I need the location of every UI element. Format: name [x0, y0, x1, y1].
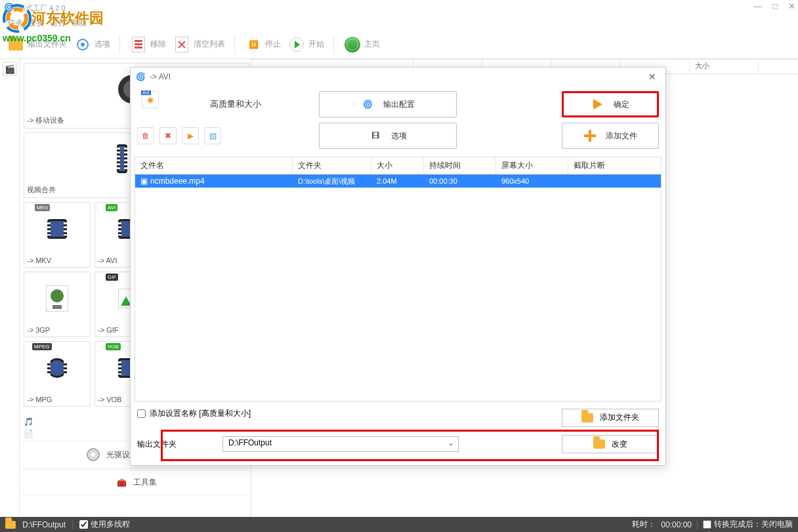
- card-label: -> GIF: [98, 326, 118, 334]
- card-mpg[interactable]: MPEG -> MPG: [24, 341, 91, 407]
- quality-label: 高质量和大小: [170, 91, 301, 117]
- menu-task[interactable]: 任务: [8, 18, 24, 29]
- add-file-button[interactable]: 添加文件: [562, 123, 659, 149]
- gear-icon: [77, 39, 89, 51]
- add-file-label: 添加文件: [606, 131, 637, 142]
- dialog-options-button[interactable]: 🎞 选项: [319, 123, 457, 149]
- clear-icon: [175, 37, 188, 52]
- table-row[interactable]: ▣ ncmbdeee.mp4 D:\tools\桌面\视频 2.04M 00:0…: [135, 174, 661, 188]
- shutdown-toggle[interactable]: 转换完成后：关闭电脑: [703, 519, 793, 530]
- titlebar: 🌀 格式工厂 4.2.0 — □ ✕: [0, 0, 798, 16]
- output-folder-select[interactable]: D:\FFOutput: [222, 436, 459, 452]
- output-folder-button[interactable]: 输出文件夹: [7, 35, 67, 54]
- globe-icon: [345, 37, 360, 52]
- folder-icon: [593, 440, 605, 449]
- th-filename[interactable]: 文件名: [135, 157, 293, 174]
- config-icon: 🌀: [361, 98, 374, 111]
- play-item-button[interactable]: ▶: [182, 127, 199, 144]
- statusbar: D:\FFOutput 使用多线程 耗时： 00:00:00 转换完成后：关闭电…: [0, 517, 798, 532]
- ok-button[interactable]: 确定: [562, 91, 659, 117]
- multithread-toggle[interactable]: 使用多线程: [79, 519, 130, 530]
- file-icon: ▣: [140, 176, 148, 186]
- multithread-label: 使用多线程: [91, 519, 130, 530]
- shutdown-label: 转换完成后：关闭电脑: [714, 519, 793, 530]
- status-path[interactable]: D:\FFOutput: [22, 520, 66, 529]
- cell-folder: D:\tools\桌面\视频: [293, 176, 371, 186]
- change-button[interactable]: 改变: [562, 435, 659, 453]
- add-settings-checkbox[interactable]: [137, 409, 146, 418]
- card-label: -> 3GP: [27, 326, 50, 334]
- dialog-titlebar: 🌀 -> AVI ✕: [131, 68, 665, 86]
- arrow-right-icon: [593, 99, 602, 110]
- menu-transform[interactable]: 变换: [29, 18, 45, 29]
- folder-plus-icon: [581, 413, 593, 422]
- home-button[interactable]: 主页: [343, 35, 380, 54]
- card-3gp[interactable]: -> 3GP: [24, 272, 91, 337]
- output-folder-row: 输出文件夹 D:\FFOutput 改变: [137, 431, 659, 457]
- maximize-button[interactable]: □: [772, 1, 778, 11]
- avi-dialog: 🌀 -> AVI ✕ AVI ◉ 高质量和大小 🌀 输出配置 确定 🗑 ✖ ▶ …: [130, 67, 666, 466]
- output-folder-value: D:\FFOutput: [228, 438, 272, 447]
- add-folder-label: 添加文件夹: [600, 412, 639, 423]
- card-mkv[interactable]: MKV -> MKV: [24, 202, 91, 268]
- cell-duration: 00:00:30: [424, 177, 496, 185]
- film-icon: 🎞: [369, 129, 382, 142]
- svg-point-7: [51, 289, 64, 302]
- 3gp-icon: [37, 279, 77, 318]
- nav-video-icon[interactable]: 🎬: [3, 62, 17, 76]
- th-screen[interactable]: 屏幕大小: [496, 157, 568, 174]
- close-button[interactable]: ✕: [788, 1, 795, 11]
- separator: [333, 35, 334, 54]
- table-header: 文件名 文件夹 大小 持续时间 屏幕大小 截取片断: [135, 157, 661, 174]
- add-folder-button[interactable]: 添加文件夹: [562, 409, 659, 427]
- file-table: 文件名 文件夹 大小 持续时间 屏幕大小 截取片断 ▣ ncmbdeee.mp4…: [135, 157, 662, 401]
- minimize-button[interactable]: —: [753, 1, 762, 11]
- card-label: -> VOB: [98, 396, 121, 403]
- card-label: -> MKV: [27, 256, 51, 264]
- output-folder-label: 输出文件夹: [28, 39, 67, 50]
- stop-label: 停止: [265, 39, 281, 50]
- clear-item-button[interactable]: ✖: [159, 127, 177, 144]
- th-clip[interactable]: 截取片断: [568, 157, 661, 174]
- app-title: 格式工厂 4.2.0: [18, 3, 66, 13]
- change-label: 改变: [612, 439, 627, 450]
- add-settings-label: 添加设置名称 [高质量和大小]: [150, 408, 251, 419]
- status-folder-icon[interactable]: [5, 521, 16, 529]
- row-tools[interactable]: 🧰 工具集: [24, 470, 249, 495]
- add-settings-row: 添加设置名称 [高质量和大小]: [137, 408, 251, 419]
- stop-button[interactable]: ⏸️ 停止: [244, 35, 281, 54]
- th-size[interactable]: 大小: [371, 157, 424, 174]
- dialog-close-button[interactable]: ✕: [644, 72, 660, 82]
- nav-strip: 🎬: [0, 59, 20, 517]
- menu-language[interactable]: 语言: [50, 18, 66, 29]
- remove-label: 移除: [150, 39, 166, 50]
- th-folder[interactable]: 文件夹: [293, 157, 371, 174]
- start-button[interactable]: 开始: [287, 35, 324, 54]
- shutdown-checkbox[interactable]: [703, 520, 711, 529]
- profile-icon-button[interactable]: AVI ◉: [142, 91, 159, 108]
- card-label: -> 移动设备: [27, 115, 64, 125]
- start-label: 开始: [308, 39, 324, 50]
- clear-list-button[interactable]: 清空列表: [173, 35, 225, 54]
- stop-icon: ⏸️: [244, 35, 262, 54]
- options-button[interactable]: 选项: [74, 35, 110, 54]
- elapsed-label: 耗时：: [632, 519, 656, 530]
- menu-help[interactable]: 帮助: [71, 18, 87, 29]
- th-duration[interactable]: 持续时间: [424, 157, 496, 174]
- multithread-checkbox[interactable]: [79, 520, 88, 529]
- clear-list-label: 清空列表: [194, 39, 225, 50]
- output-config-button[interactable]: 🌀 输出配置: [319, 91, 457, 117]
- home-label: 主页: [364, 39, 380, 50]
- dialog-title: -> AVI: [150, 72, 171, 81]
- table-body: ▣ ncmbdeee.mp4 D:\tools\桌面\视频 2.04M 00:0…: [135, 174, 661, 401]
- card-label: 视频合并: [27, 185, 56, 195]
- info-item-button[interactable]: ▤: [204, 127, 221, 144]
- cell-screen: 960x540: [496, 177, 568, 185]
- delete-item-button[interactable]: 🗑: [137, 127, 154, 144]
- toolbar: 输出文件夹 选项 移除 清空列表 ⏸️ 停止 开始 主页: [0, 30, 798, 59]
- card-label: -> MPG: [27, 396, 52, 403]
- cell-size: 2.04M: [371, 177, 424, 185]
- folder-icon: [9, 39, 23, 51]
- row-label: 工具集: [133, 477, 157, 488]
- remove-button[interactable]: 移除: [129, 35, 166, 54]
